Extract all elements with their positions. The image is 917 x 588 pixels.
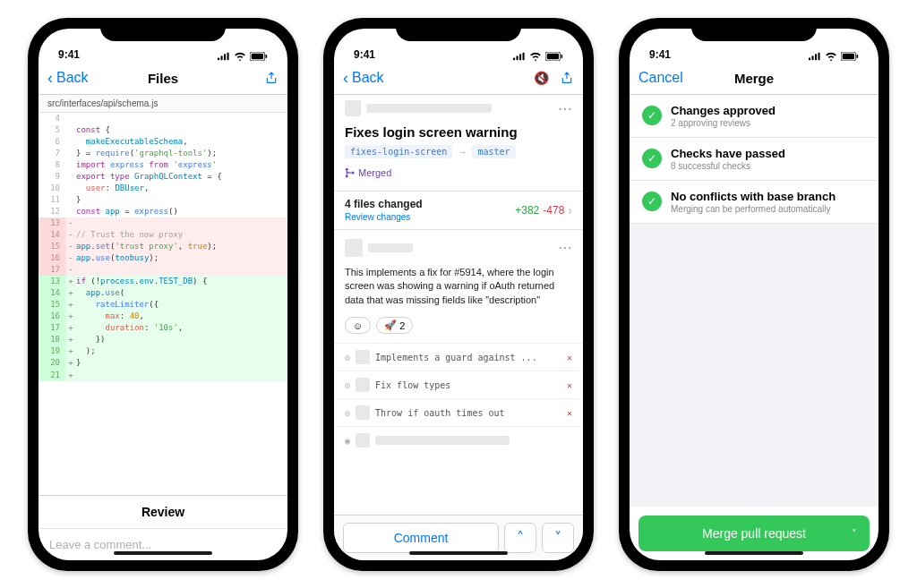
next-button[interactable]: ˅ [542,523,574,553]
pr-content[interactable]: ⋯ Fixes login screen warning fixes-login… [334,95,583,515]
signal-icon [218,52,230,61]
code-diff[interactable]: 4 5const {6 makeExecutableSchema,7} = re… [39,113,287,495]
reaction-count: 2 [399,320,405,331]
check-text: Changes approved2 approving reviews [671,104,776,128]
diff-sign: + [65,357,76,369]
commit-row[interactable]: ◉ [334,426,583,454]
line-number: 14 [39,229,65,241]
code-line[interactable]: 17+ duration: '10s', [39,322,287,334]
diff-sign: - [65,217,76,229]
notch [100,18,226,41]
code-line[interactable]: 16-app.use(toobusy); [39,252,287,264]
commit-row[interactable]: ⊙Throw if oauth times out✕ [334,398,583,426]
code-text: } [76,194,287,206]
code-line[interactable]: 19+ ); [39,345,287,357]
reaction-rocket[interactable]: 🚀 2 [376,317,413,334]
svg-rect-5 [252,53,263,59]
add-reaction-button[interactable]: ☺ [345,317,371,334]
share-button[interactable] [264,71,279,85]
code-line[interactable]: 14+ app.use( [39,287,287,299]
mute-icon[interactable]: 🔇 [534,71,549,85]
pr-header: ⋯ Fixes login screen warning fixes-login… [334,95,583,191]
comment-button[interactable]: Comment [343,523,499,553]
code-line[interactable]: 21+ [39,370,287,381]
comment-input[interactable]: Leave a comment... [39,528,287,560]
commit-message: Throw if oauth times out [375,408,561,418]
code-line[interactable]: 5const { [39,124,287,136]
file-path: src/interfaces/api/schema.js [39,95,287,113]
notch [396,18,521,41]
phone-pr: 9:41 ‹ Back 🔇 [323,18,594,571]
line-number: 4 [39,113,65,124]
diff-sign [65,124,76,136]
smiley-icon: ☺ [353,320,363,331]
home-indicator[interactable] [114,551,212,555]
merge-check-row[interactable]: ✓Changes approved2 approving reviews [630,95,878,138]
code-line[interactable]: 11} [39,194,287,206]
phone-merge: 9:41 Cancel Merge ✓Changes approved2 app… [619,18,889,571]
files-changed-row[interactable]: 4 files changed Review changes +382 -478… [334,191,583,229]
review-changes-link[interactable]: Review changes [345,212,423,222]
prev-button[interactable]: ˄ [504,523,536,553]
back-button[interactable]: ‹ Back [47,69,89,88]
merge-check-row[interactable]: ✓No conflicts with base branchMerging ca… [630,181,878,224]
notch [691,18,817,41]
code-line[interactable]: 16+ max: 40, [39,311,287,322]
code-line[interactable]: 9export type GraphQLContext = { [39,171,287,183]
diff-sign: + [65,299,76,311]
more-icon[interactable]: ⋯ [558,100,572,117]
code-line[interactable]: 15-app.set('trust proxy', true); [39,241,287,252]
code-line[interactable]: 14-// Trust the now proxy [39,229,287,241]
code-line[interactable]: 20+} [39,357,287,369]
avatar [345,239,363,257]
code-line[interactable]: 18+ }) [39,334,287,345]
line-number: 13 [39,217,65,229]
battery-icon [841,52,859,61]
svg-rect-20 [818,52,820,59]
merge-pull-request-button[interactable]: Merge pull request ˅ [638,516,870,551]
signal-icon [513,52,526,61]
share-icon [264,71,279,85]
branch-from[interactable]: fixes-login-screen [345,145,452,158]
files-changed: 4 files changed [345,198,423,210]
line-number: 6 [39,136,65,148]
chevron-left-icon: ‹ [343,69,348,88]
merge-check-row[interactable]: ✓Checks have passed8 successful checks [630,138,878,181]
code-line[interactable]: 12const app = express() [39,206,287,217]
battery-icon [545,52,563,61]
chevron-up-icon: ˄ [517,529,524,546]
more-icon[interactable]: ⋯ [558,239,572,256]
share-icon[interactable] [560,71,574,85]
back-button[interactable]: ‹ Back [343,69,384,88]
nav-bar: ‹ Back 🔇 [334,63,583,95]
diff-sign [65,159,76,171]
code-line[interactable]: 13+if (!process.env.TEST_DB) { [39,276,287,287]
eye-icon: ◉ [345,436,350,446]
home-indicator[interactable] [409,551,508,555]
code-line[interactable]: 8import express from 'express' [39,159,287,171]
branch-to[interactable]: master [472,145,515,158]
status-time: 9:41 [354,48,375,61]
deletions: -478 [543,204,564,217]
line-number: 15 [39,241,65,252]
diff-sign: - [65,264,76,276]
status-time: 9:41 [58,48,80,61]
commit-row[interactable]: ⊙Implements a guard against ...✕ [334,343,583,371]
code-line[interactable]: 17- [39,264,287,276]
cancel-button[interactable]: Cancel [638,70,683,86]
code-text: // Trust the now proxy [76,229,287,241]
home-indicator[interactable] [705,551,803,555]
code-line[interactable]: 15+ rateLimiter({ [39,299,287,311]
code-line[interactable]: 7} = require('graphql-tools'); [39,148,287,159]
code-line[interactable]: 4 [39,113,287,124]
status-icons [513,52,563,61]
commit-row[interactable]: ⊙Fix flow types✕ [334,371,583,398]
code-line[interactable]: 13- [39,217,287,229]
review-button[interactable]: Review [39,495,287,528]
code-text: app.set('trust proxy', true); [76,241,287,252]
code-line[interactable]: 6 makeExecutableSchema, [39,136,287,148]
code-text: import express from 'express' [76,159,287,171]
avatar [356,405,370,420]
status-failed-icon: ✕ [567,408,572,418]
code-line[interactable]: 10 user: DBUser, [39,183,287,194]
